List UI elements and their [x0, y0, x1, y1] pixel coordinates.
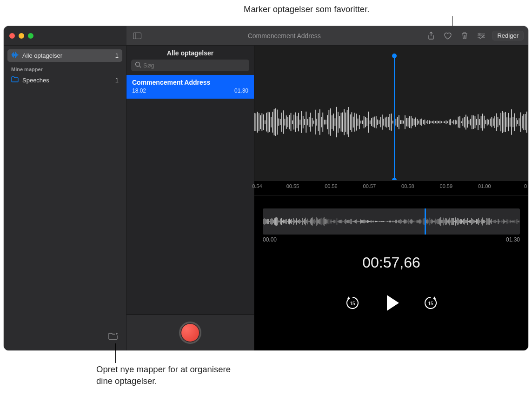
recording-duration: 01.30 — [234, 87, 248, 94]
toolbar: Commencement Address Rediger — [126, 26, 528, 46]
traffic-lights — [9, 33, 33, 39]
favorite-button[interactable] — [442, 30, 454, 42]
overview-start-time: 00.00 — [263, 236, 277, 243]
ruler-tick: 0.54 — [252, 183, 262, 189]
fullscreen-window-button[interactable] — [28, 33, 33, 39]
edit-button[interactable]: Rediger — [492, 31, 524, 40]
sidebar: Alle optagelser 1 Mine mapper Speeches 1 — [4, 46, 126, 350]
new-folder-button[interactable] — [108, 332, 119, 342]
callout-new-folder: Opret nye mapper for at organisere dine … — [96, 364, 236, 387]
record-button[interactable] — [179, 322, 201, 344]
sidebar-item-count: 1 — [115, 77, 119, 84]
search-input[interactable] — [131, 60, 249, 71]
delete-button[interactable] — [459, 30, 471, 42]
callout-favorite-text: Marker optagelser som favoritter. — [244, 4, 369, 14]
share-icon — [427, 32, 435, 40]
waveform-zoom-svg — [254, 46, 528, 180]
callout-line — [115, 343, 116, 363]
sidebar-icon — [133, 33, 141, 39]
toggle-sidebar-button[interactable] — [131, 30, 143, 42]
share-button[interactable] — [425, 30, 437, 42]
overview-end-time: 01.30 — [506, 236, 520, 243]
timeline-ruler[interactable]: 0.54 00.55 00.56 00.57 00.58 00.59 01.00… — [254, 181, 528, 195]
toolbar-title: Commencement Address — [148, 32, 420, 40]
ruler-tick: 00.56 — [325, 183, 338, 189]
new-folder-icon — [108, 332, 119, 341]
search-icon — [135, 61, 141, 69]
heart-icon — [444, 32, 452, 40]
detail-panel: 0.54 00.55 00.56 00.57 00.58 00.59 01.00… — [254, 46, 528, 350]
sidebar-item-folder[interactable]: Speeches 1 — [7, 74, 122, 86]
close-window-button[interactable] — [9, 33, 15, 39]
overview-cursor[interactable] — [425, 208, 426, 235]
ruler-tick: 00.59 — [440, 183, 453, 189]
recording-list-header: Alle optagelser — [126, 46, 254, 60]
svg-point-3 — [482, 35, 484, 37]
sidebar-item-all-recordings[interactable]: Alle optagelser 1 — [7, 49, 122, 62]
transport-controls: 15 15 — [254, 294, 528, 312]
window-controls-area — [4, 26, 126, 46]
svg-point-4 — [480, 37, 482, 39]
minimize-window-button[interactable] — [19, 33, 24, 39]
callout-new-folder-text: Opret nye mapper for at organisere dine … — [96, 364, 231, 386]
current-time-display: 00:57,66 — [254, 254, 528, 271]
recording-list-panel: Alle optagelser Commencement Address 18.… — [126, 46, 254, 350]
waveform-icon — [11, 52, 19, 60]
folder-icon — [11, 76, 19, 84]
skip-forward-icon: 15 — [423, 295, 439, 311]
sidebar-item-label: Speeches — [22, 77, 49, 84]
waveform-overview: 00.00 01.30 — [263, 208, 520, 243]
trash-icon — [461, 32, 468, 40]
svg-text:15: 15 — [350, 301, 355, 306]
playhead[interactable] — [394, 56, 395, 180]
ruler-tick: 00.58 — [401, 183, 414, 189]
sidebar-section-header: Mine mapper — [7, 62, 122, 74]
waveform-zoom-view[interactable] — [254, 46, 528, 181]
sidebar-item-label: Alle optagelser — [22, 52, 62, 59]
sidebar-item-count: 1 — [115, 52, 119, 59]
record-footer — [126, 314, 254, 350]
skip-forward-button[interactable]: 15 — [421, 294, 440, 312]
svg-point-2 — [479, 33, 481, 35]
ruler-tick: 0 — [524, 183, 527, 189]
ruler-tick: 01.00 — [478, 183, 491, 189]
waveform-overview-track[interactable] — [263, 208, 520, 235]
recording-date: 18.02 — [132, 87, 146, 94]
app-window: Commencement Address Rediger Alle optage… — [4, 26, 528, 350]
recording-item[interactable]: Commencement Address 18.02 01.30 — [126, 75, 254, 99]
skip-back-icon: 15 — [345, 295, 360, 311]
skip-back-button[interactable]: 15 — [343, 294, 362, 312]
ruler-tick: 00.57 — [363, 183, 376, 189]
play-icon — [387, 295, 399, 311]
waveform-overview-svg — [263, 208, 520, 235]
settings-button[interactable] — [475, 30, 487, 42]
play-button[interactable] — [382, 294, 401, 312]
svg-text:15: 15 — [428, 301, 433, 306]
sliders-icon — [477, 33, 485, 39]
callout-favorite: Marker optagelser som favoritter. — [244, 4, 369, 15]
svg-point-6 — [136, 62, 140, 67]
svg-line-7 — [140, 66, 141, 67]
recording-name: Commencement Address — [132, 79, 248, 86]
svg-rect-0 — [133, 33, 141, 39]
ruler-tick: 00.55 — [286, 183, 299, 189]
